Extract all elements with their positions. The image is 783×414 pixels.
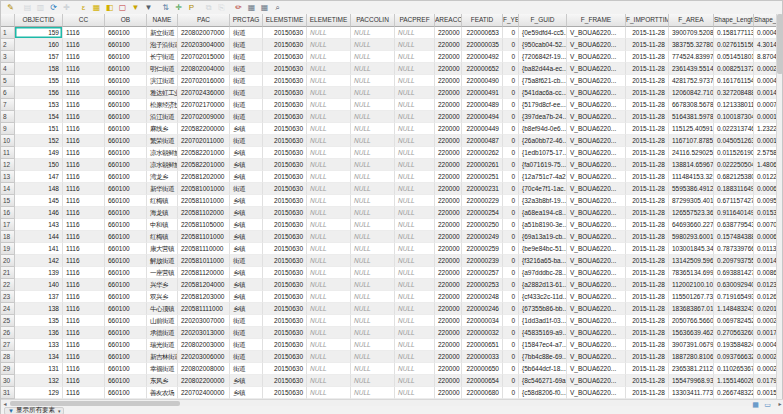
column-header-ob[interactable]: OB [105, 14, 147, 27]
cell-f_frame[interactable]: V_BOUA6220... [567, 111, 626, 123]
cell-f_year[interactable]: 0 [503, 123, 519, 135]
cell-cc[interactable]: 1116 [63, 63, 105, 75]
cell-paccolin[interactable]: NULL [351, 219, 395, 231]
row-number-cell[interactable]: 15 [1, 195, 15, 207]
cell-f_importtime[interactable]: 2015-11-28 [626, 387, 669, 399]
cell-shape_ar[interactable]: 0.00028810 [754, 363, 778, 375]
cell-elemstime[interactable]: 20150630 [263, 351, 307, 363]
column-header-pacpref[interactable]: PACPREF [395, 14, 435, 27]
cell-name[interactable]: 新华街道 [147, 183, 178, 195]
cell-paccolin[interactable]: NULL [351, 123, 395, 135]
cell-shape_ar[interactable]: 0.00045011 [754, 27, 778, 39]
cell-name[interactable]: 繁荣街道 [147, 135, 178, 147]
cell-f_year[interactable]: 0 [503, 267, 519, 279]
cell-f_importtime[interactable]: 2015-11-28 [626, 351, 669, 363]
cell-pac[interactable]: 220581001000 [178, 183, 230, 195]
cell-f_frame[interactable]: V_BOUA6220... [567, 99, 626, 111]
cell-elemstime[interactable]: 20150630 [263, 75, 307, 87]
cell-f_frame[interactable]: V_BOUA6220... [567, 327, 626, 339]
cell-f_area[interactable]: 1887280.8106... [669, 351, 714, 363]
cell-f_area[interactable]: 111484153.32... [669, 171, 714, 183]
cell-pacpref[interactable]: NULL [395, 243, 435, 255]
cell-f_frame[interactable]: V_BOUA6220... [567, 27, 626, 39]
cell-shape_length[interactable]: 0.1581771136... [714, 27, 754, 39]
cell-name[interactable]: 新吉林街道 [147, 351, 178, 363]
cell-featid[interactable]: 220000035 [462, 39, 503, 51]
cell-f_year[interactable]: 0 [503, 87, 519, 99]
cell-pacpref[interactable]: NULL [395, 111, 435, 123]
cell-f_frame[interactable]: V_BOUA6220... [567, 135, 626, 147]
cell-prctag[interactable]: 街道 [230, 135, 263, 147]
row-number-cell[interactable]: 23 [1, 291, 15, 303]
cell-pacpref[interactable]: NULL [395, 255, 435, 267]
cell-f_frame[interactable]: V_BOUA6220... [567, 363, 626, 375]
cell-ob[interactable]: 660100 [105, 363, 147, 375]
row-number-cell[interactable]: 18 [1, 231, 15, 243]
cell-paccolin[interactable]: NULL [351, 171, 395, 183]
cell-pacpref[interactable]: NULL [395, 231, 435, 243]
cell-f_guid[interactable]: {45835169-a9... [519, 327, 567, 339]
cell-prctag[interactable]: 街道 [230, 363, 263, 375]
cell-ob[interactable]: 660100 [105, 231, 147, 243]
cell-paccolin[interactable]: NULL [351, 279, 395, 291]
cell-f_frame[interactable]: V_BOUA6220... [567, 159, 626, 171]
cell-featid[interactable]: 220000261 [462, 159, 503, 171]
cell-elemstime[interactable]: 20150630 [263, 267, 307, 279]
cell-elemetime[interactable]: NULL [307, 111, 351, 123]
cell-f_area[interactable]: 115501267.73... [669, 291, 714, 303]
cell-f_year[interactable]: 0 [503, 375, 519, 387]
row-number-cell[interactable]: 16 [1, 207, 15, 219]
cell-shape_ar[interactable]: 0.00862505 [754, 267, 778, 279]
cell-cc[interactable]: 1116 [63, 171, 105, 183]
cell-f_frame[interactable]: V_BOUA6220... [567, 87, 626, 99]
cell-elemstime[interactable]: 20150630 [263, 171, 307, 183]
cell-paccolin[interactable]: NULL [351, 363, 395, 375]
cell-pac[interactable]: 220802004000 [178, 63, 230, 75]
row-number-cell[interactable]: 11 [1, 147, 15, 159]
cell-pacpref[interactable]: NULL [395, 375, 435, 387]
cell-paccolin[interactable]: NULL [351, 195, 395, 207]
cell-featid[interactable]: 220000034 [462, 315, 503, 327]
cell-cc[interactable]: 1116 [63, 87, 105, 99]
delete-selected-icon[interactable]: ▥ [35, 2, 46, 13]
cell-elemstime[interactable]: 20150630 [263, 207, 307, 219]
cell-cc[interactable]: 1116 [63, 375, 105, 387]
cell-elemetime[interactable]: NULL [307, 315, 351, 327]
row-number-cell[interactable]: 21 [1, 267, 15, 279]
cell-ob[interactable]: 660100 [105, 183, 147, 195]
cell-name[interactable]: 康大营镇 [147, 243, 178, 255]
cell-cc[interactable]: 1116 [63, 183, 105, 195]
cell-cc[interactable]: 1116 [63, 147, 105, 159]
cell-pacpref[interactable]: NULL [395, 99, 435, 111]
cell-shape_length[interactable]: 0.1883116494... [714, 183, 754, 195]
cell-prctag[interactable]: 街道 [230, 39, 263, 51]
cell-f_year[interactable]: 0 [503, 159, 519, 171]
row-number-cell[interactable]: 24 [1, 303, 15, 315]
cell-ob[interactable]: 660100 [105, 315, 147, 327]
cell-objectid[interactable]: 134 [15, 351, 63, 363]
cell-featid[interactable]: 220000253 [462, 279, 503, 291]
row-number-cell[interactable]: 22 [1, 279, 15, 291]
cell-ob[interactable]: 660100 [105, 87, 147, 99]
cell-prctag[interactable]: 乡镇 [230, 171, 263, 183]
cell-f_frame[interactable]: V_BOUA6220... [567, 375, 626, 387]
cell-ob[interactable]: 660100 [105, 99, 147, 111]
row-number-cell[interactable]: 30 [1, 375, 15, 387]
cell-name[interactable]: 山前街道 [147, 315, 178, 327]
cell-pacpref[interactable]: NULL [395, 291, 435, 303]
cell-f_importtime[interactable]: 2015-11-28 [626, 111, 669, 123]
cell-areacode[interactable]: 220000 [435, 375, 462, 387]
cell-ob[interactable]: 660100 [105, 243, 147, 255]
cell-objectid[interactable]: 145 [15, 195, 63, 207]
cell-objectid[interactable]: 137 [15, 291, 63, 303]
cell-paccolin[interactable]: NULL [351, 327, 395, 339]
cell-pac[interactable]: 220581202000 [178, 171, 230, 183]
cell-objectid[interactable]: 140 [15, 279, 63, 291]
cell-pac[interactable]: 220203006000 [178, 351, 230, 363]
cell-f_area[interactable]: 5595386.4912... [669, 183, 714, 195]
cell-paccolin[interactable]: NULL [351, 375, 395, 387]
cell-cc[interactable]: 1116 [63, 279, 105, 291]
cell-f_frame[interactable]: V_BOUA6220... [567, 219, 626, 231]
cell-paccolin[interactable]: NULL [351, 87, 395, 99]
form-view-button[interactable]: ▭ [763, 400, 772, 409]
